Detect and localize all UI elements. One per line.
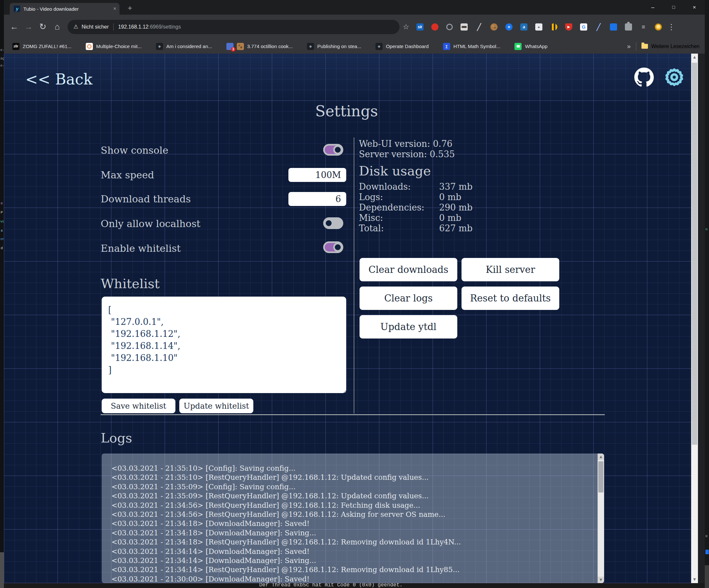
disk-row-label: Total: — [359, 223, 384, 233]
playlist-icon[interactable]: ≡ — [640, 23, 647, 30]
window-maximize-button[interactable]: □ — [663, 0, 684, 15]
ring-extension-icon[interactable] — [446, 24, 453, 30]
disk-row-label: Logs: — [359, 192, 383, 202]
amazon-icon[interactable]: a — [520, 23, 527, 30]
photos-icon[interactable]: ▲ — [535, 23, 543, 30]
reload-button[interactable]: ↻ — [36, 22, 50, 32]
disk-row-logs: Logs:0 mb — [359, 192, 528, 202]
reset-to-defaults-button[interactable]: Reset to defaults — [462, 286, 559, 310]
page-scrollbar[interactable]: ▲ ▼ — [691, 54, 698, 583]
show-console-toggle[interactable] — [323, 144, 343, 156]
log-line: <03.03.2021 - 21:34:14> [DownloadManager… — [111, 547, 591, 556]
enable-whitelist-label: Enable whitelist — [101, 243, 181, 254]
bookmark-label: Multiple-Choice mit... — [96, 44, 141, 49]
save-whitelist-button[interactable]: Save whitelist — [102, 399, 175, 413]
screen: e- ag e- e P vo s on d n R y Tubio - Vid… — [0, 0, 709, 588]
show-console-label: Show console — [101, 145, 168, 156]
disk-row-downloads: Downloads:337 mb — [359, 182, 528, 192]
badge-count: 3 — [231, 47, 235, 52]
scroll-down-icon[interactable]: ▼ — [598, 577, 604, 583]
max-speed-input[interactable] — [288, 168, 346, 182]
home-button[interactable]: ⌂ — [50, 22, 64, 32]
log-line: <03.03.2021 - 21:34:14> [DownloadManager… — [111, 556, 591, 565]
disk-usage-heading: Disk usage — [359, 163, 431, 178]
back-link[interactable]: << Back — [25, 71, 93, 88]
bee-icon[interactable] — [550, 23, 557, 30]
scroll-up-icon[interactable]: ▲ — [691, 54, 698, 61]
new-tab-button[interactable]: + — [125, 3, 135, 14]
pen-icon[interactable]: ╱ — [475, 23, 483, 30]
bookmark-label: Am i considered an... — [166, 44, 212, 49]
logs-scrollbar[interactable]: ▲ ▼ — [598, 454, 604, 583]
bookmark-item[interactable]: z0r ZOMG ZUFALL! #61... — [12, 43, 72, 50]
update-whitelist-button[interactable]: Update whitelist — [179, 399, 253, 413]
other-bookmarks-label[interactable]: Weitere Lesezeichen — [651, 44, 700, 49]
bookmark-label: 3.774 octillion cook... — [247, 44, 293, 49]
disk-row-total: Total:627 mb — [359, 223, 528, 233]
math-symbols-favicon: ∑ — [443, 43, 450, 50]
github-icon[interactable] — [634, 68, 654, 87]
whitelist-textarea[interactable]: [ "127.0.0.1", "192.168.1.12", "192.168.… — [102, 297, 346, 393]
tab-close-icon[interactable]: × — [113, 6, 116, 12]
bookmark-item[interactable]: ∑ HTML Math Symbol... — [443, 43, 500, 50]
browser-tab[interactable]: y Tubio - Video downloader × — [10, 3, 120, 15]
browser-menu-icon[interactable]: ⋮ — [666, 22, 676, 31]
coins-avatar-icon[interactable] — [655, 23, 662, 30]
download-threads-input[interactable] — [288, 192, 346, 206]
syringe-icon[interactable]: ╱ — [595, 23, 602, 30]
masked-file-icon[interactable] — [461, 23, 468, 30]
security-warning-icon[interactable]: ⚠ — [73, 23, 78, 30]
log-line: <03.03.2021 - 21:30:00> [DownloadManager… — [111, 575, 591, 583]
clear-logs-button[interactable]: Clear logs — [360, 286, 457, 310]
disk-row-misc: Misc:0 mb — [359, 213, 528, 223]
bookmark-label: ZOMG ZUFALL! #61... — [23, 44, 72, 49]
steam-favicon: ◆ — [307, 43, 314, 50]
cookie-extension-icon[interactable] — [491, 23, 498, 30]
back-button[interactable]: ← — [7, 22, 21, 32]
security-warning-label[interactable]: Nicht sicher — [81, 24, 109, 30]
clear-downloads-button[interactable]: Clear downloads — [360, 258, 457, 281]
stop-hand-icon[interactable] — [431, 23, 439, 30]
bookmark-label: WhatsApp — [525, 44, 547, 49]
bookmark-item[interactable]: ◆ Am i considered an... — [156, 43, 212, 50]
log-line: <03.03.2021 - 21:34:56> [RestQueryHandle… — [111, 501, 591, 510]
url-host[interactable]: 192.168.1.12 — [118, 24, 149, 30]
blue-shield-icon[interactable] — [610, 23, 617, 30]
toggle-knob — [333, 243, 342, 252]
address-bar[interactable]: ⚠ Nicht sicher 192.168.1.12 :6969/settin… — [68, 20, 399, 34]
only-allow-localhost-toggle[interactable] — [323, 217, 343, 229]
bookmark-label: Operate Dashboard — [386, 44, 429, 49]
steam-favicon: ◆ — [156, 43, 163, 50]
sk-extension-icon[interactable]: sk — [416, 23, 423, 30]
bookmark-item[interactable]: ◆ Operate Dashboard — [375, 43, 429, 50]
enable-whitelist-toggle[interactable] — [323, 241, 343, 253]
bookmark-star-icon[interactable]: ☆ — [399, 23, 413, 31]
window-minimize-button[interactable]: – — [642, 0, 663, 15]
max-speed-label: Max speed — [101, 169, 154, 181]
puzzle-icon[interactable] — [625, 23, 632, 30]
url-path[interactable]: :6969/settings — [149, 24, 181, 30]
forward-button[interactable]: → — [21, 22, 36, 32]
disk-row-label: Downloads: — [359, 182, 411, 192]
kill-server-button[interactable]: Kill server — [462, 258, 559, 281]
blue-cross-icon[interactable]: + — [505, 23, 513, 30]
page-scrollbar-thumb[interactable] — [692, 63, 697, 445]
google-icon[interactable]: G — [580, 23, 587, 30]
window-close-button[interactable]: × — [684, 0, 705, 15]
scroll-down-icon[interactable]: ▼ — [691, 576, 698, 583]
bookmark-item[interactable]: Multiple-Choice mit... — [86, 43, 141, 50]
webui-version-label: Web-UI version: — [359, 139, 430, 149]
bookmark-item[interactable]: 3 3.774 octillion cook... — [226, 43, 293, 50]
update-ytdl-button[interactable]: Update ytdl — [360, 315, 457, 338]
background-window-right-sliver: n R — [705, 0, 709, 588]
play-shield-icon[interactable]: ▶ — [565, 23, 572, 30]
log-line: <03.03.2021 - 21:35:09> [RestQueryHandle… — [111, 491, 591, 501]
log-line: <03.03.2021 - 21:34:18> [DownloadManager… — [111, 529, 591, 538]
bookmarks-overflow-icon[interactable]: » — [627, 43, 631, 50]
bookmark-item[interactable]: ☎ WhatsApp — [515, 43, 547, 50]
logs-scrollbar-thumb[interactable] — [598, 461, 603, 492]
scroll-up-icon[interactable]: ▲ — [598, 454, 604, 460]
bookmark-item[interactable]: ◆ Publishing on stea... — [307, 43, 361, 50]
settings-gear-icon[interactable] — [663, 67, 685, 89]
whitelist-heading: Whitelist — [101, 276, 160, 291]
